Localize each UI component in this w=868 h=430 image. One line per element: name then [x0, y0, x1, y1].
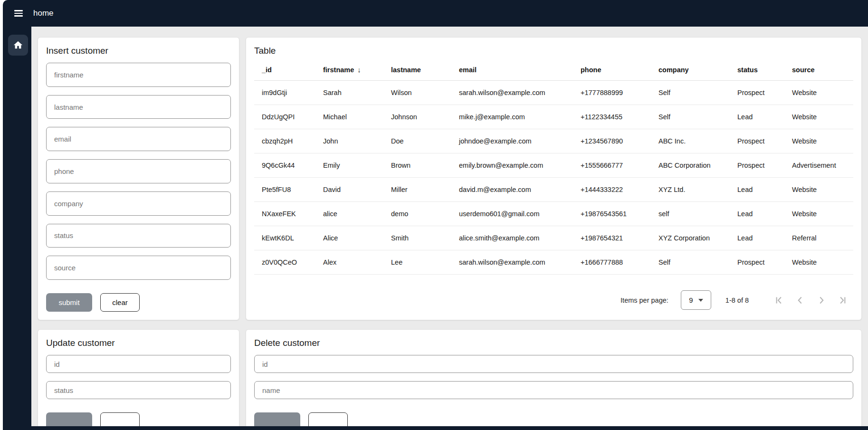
last-page-button[interactable] — [833, 291, 852, 310]
menu-button[interactable] — [14, 10, 23, 16]
first-page-button[interactable] — [769, 291, 788, 310]
first-page-icon — [773, 294, 785, 306]
insert-button-row: submit clear — [46, 293, 231, 312]
table-row: DdzUgQPIMichaelJohnsonmike.j@example.com… — [254, 105, 853, 129]
sort-desc-icon: ↓ — [357, 66, 361, 74]
table-row: im9dGtjiSarahWilsonsarah.wilson@example.… — [254, 81, 853, 105]
chevron-right-icon — [815, 294, 828, 306]
column-header-status[interactable]: status — [730, 57, 784, 81]
insert-customer-card: Insert customer submit clear — [38, 37, 239, 320]
home-icon — [13, 40, 23, 50]
insert-clear-button[interactable]: clear — [100, 293, 140, 312]
update-id-field[interactable] — [46, 355, 231, 373]
table-row: 9Q6cGk44EmilyBrownemily.brown@example.co… — [254, 153, 853, 178]
insert-submit-button[interactable]: submit — [46, 293, 92, 312]
column-header-lastname[interactable]: lastname — [383, 57, 451, 81]
previous-page-button[interactable] — [791, 291, 810, 310]
paginator: Items per page: 9 1-8 of 8 — [254, 285, 853, 312]
table-row: kEwtK6DLAliceSmithalice.smith@example.co… — [254, 226, 853, 250]
update-customer-card: Update customer — [38, 329, 239, 426]
update-submit-button[interactable] — [46, 412, 92, 426]
source-field[interactable] — [46, 256, 231, 280]
sidebar-item-home[interactable] — [8, 35, 28, 56]
update-status-field[interactable] — [46, 381, 231, 399]
phone-field[interactable] — [46, 159, 231, 183]
page-range-label: 1-8 of 8 — [725, 296, 749, 304]
firstname-field[interactable] — [46, 63, 231, 87]
delete-name-field[interactable] — [254, 381, 853, 399]
page-title: home — [33, 9, 54, 18]
body-row: Insert customer submit clear Table — [3, 27, 868, 430]
items-per-page-label: Items per page: — [620, 296, 668, 304]
column-header-email[interactable]: email — [451, 57, 573, 81]
column-header-phone[interactable]: phone — [573, 57, 651, 81]
delete-clear-button[interactable] — [308, 412, 348, 426]
table-row: z0V0QCeOAlexLeesarah.wilson@example.com+… — [254, 250, 853, 275]
delete-card-title: Delete customer — [254, 338, 853, 348]
column-header-source[interactable]: source — [784, 57, 853, 81]
table-row: Pte5fFU8DavidMillerdavid.m@example.com+1… — [254, 178, 853, 202]
table-row: NXaxeFEKalicedemouserdemo601@gmail.com+1… — [254, 202, 853, 226]
company-field[interactable] — [46, 191, 231, 216]
main-content: Insert customer submit clear Table — [31, 27, 868, 426]
update-clear-button[interactable] — [100, 412, 140, 426]
items-per-page-value: 9 — [689, 296, 693, 304]
delete-button-row — [254, 412, 853, 426]
column-header-firstname[interactable]: firstname↓ — [315, 57, 383, 81]
lastname-field[interactable] — [46, 95, 231, 119]
next-page-button[interactable] — [812, 291, 831, 310]
delete-customer-card: Delete customer — [246, 329, 862, 426]
email-field[interactable] — [46, 127, 231, 151]
delete-id-field[interactable] — [254, 355, 853, 373]
table-header-row: _id firstname↓ lastname email phone comp… — [254, 57, 853, 81]
customers-table: _id firstname↓ lastname email phone comp… — [254, 57, 853, 275]
table-row: cbzqh2pHJohnDoejohndoe@example.com+12345… — [254, 129, 853, 153]
topbar: home — [3, 0, 868, 27]
chevron-left-icon — [794, 294, 806, 306]
column-header-company[interactable]: company — [651, 57, 730, 81]
column-header-id[interactable]: _id — [254, 57, 315, 81]
last-page-icon — [837, 294, 849, 306]
update-card-title: Update customer — [46, 338, 231, 348]
update-button-row — [46, 412, 231, 426]
delete-submit-button[interactable] — [254, 412, 300, 426]
status-field[interactable] — [46, 224, 231, 248]
table-card: Table _id firstname↓ lastname email phon… — [246, 37, 862, 320]
hamburger-icon — [14, 10, 23, 11]
sidebar — [3, 27, 31, 430]
insert-card-title: Insert customer — [46, 46, 231, 56]
app-window: home Insert customer submit — [3, 0, 868, 430]
table-card-title: Table — [254, 46, 853, 56]
chevron-down-icon — [698, 299, 703, 302]
items-per-page-select[interactable]: 9 — [681, 290, 711, 310]
